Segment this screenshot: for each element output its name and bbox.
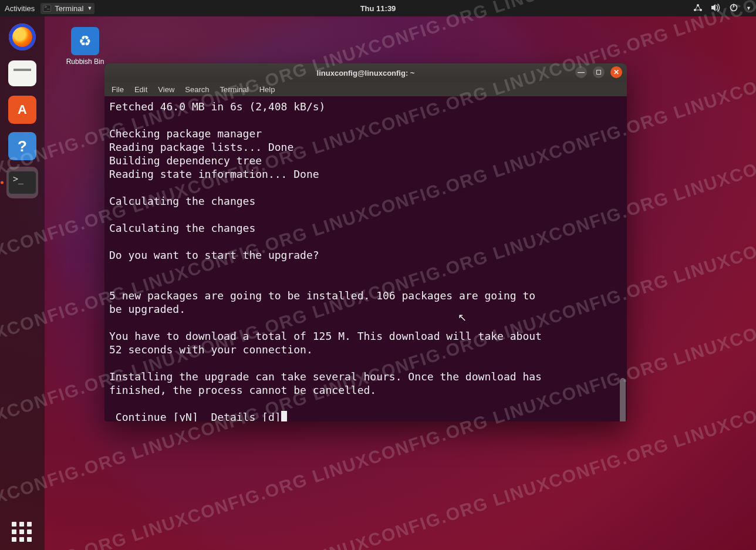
dock-item-terminal[interactable]: [6, 167, 38, 198]
firefox-icon: [9, 23, 36, 50]
terminal-cursor: [281, 411, 287, 421]
show-applications-button[interactable]: [0, 522, 45, 543]
chevron-down-icon: ▼: [87, 5, 92, 11]
terminal-window: linuxconfig@linuxconfig: ~ — ✕ File Edit…: [104, 63, 627, 421]
apps-grid-icon: [12, 522, 33, 543]
window-minimize-button[interactable]: —: [575, 66, 587, 78]
terminal-icon: [8, 171, 36, 194]
top-bar: Activities Terminal ▼ Thu 11:39 ▼: [0, 0, 756, 16]
menu-search[interactable]: Search: [185, 85, 209, 94]
menu-file[interactable]: File: [112, 85, 124, 94]
menu-help[interactable]: Help: [259, 85, 275, 94]
app-menu-label: Terminal: [55, 4, 83, 13]
activities-button[interactable]: Activities: [5, 4, 35, 13]
menu-terminal[interactable]: Terminal: [220, 85, 249, 94]
desktop-icon-label: Rubbish Bin: [62, 58, 108, 66]
dock-item-firefox[interactable]: [6, 21, 38, 53]
menu-view[interactable]: View: [158, 85, 174, 94]
svg-rect-4: [733, 4, 734, 7]
trash-icon: ♻: [71, 27, 99, 55]
files-icon: [8, 60, 36, 86]
desktop-icon-trash[interactable]: ♻ Rubbish Bin: [62, 27, 108, 66]
system-menu-chevron-icon[interactable]: ▼: [746, 5, 751, 11]
dock: A ?: [0, 16, 45, 550]
window-close-button[interactable]: ✕: [610, 66, 622, 78]
dock-item-software[interactable]: A: [6, 94, 38, 126]
terminal-icon: [43, 5, 51, 12]
power-icon[interactable]: [730, 4, 738, 14]
window-titlebar[interactable]: linuxconfig@linuxconfig: ~ — ✕: [104, 63, 627, 82]
dock-item-help[interactable]: ?: [6, 130, 38, 162]
window-title: linuxconfig@linuxconfig: ~: [317, 69, 415, 77]
network-icon[interactable]: [693, 4, 703, 14]
software-icon: A: [8, 96, 36, 124]
terminal-body[interactable]: Fetched 46.0 MB in 6s (2,408 kB/s) Check…: [104, 96, 627, 421]
menu-edit[interactable]: Edit: [134, 85, 147, 94]
help-icon: ?: [8, 132, 36, 160]
scrollbar-thumb[interactable]: [620, 378, 626, 421]
volume-icon[interactable]: [711, 4, 721, 14]
dock-item-files[interactable]: [6, 58, 38, 89]
menubar: File Edit View Search Terminal Help: [104, 82, 627, 96]
app-menu[interactable]: Terminal ▼: [41, 3, 95, 14]
terminal-output: Fetched 46.0 MB in 6s (2,408 kB/s) Check…: [109, 100, 622, 421]
window-maximize-button[interactable]: [593, 66, 605, 78]
clock[interactable]: Thu 11:39: [360, 4, 396, 13]
